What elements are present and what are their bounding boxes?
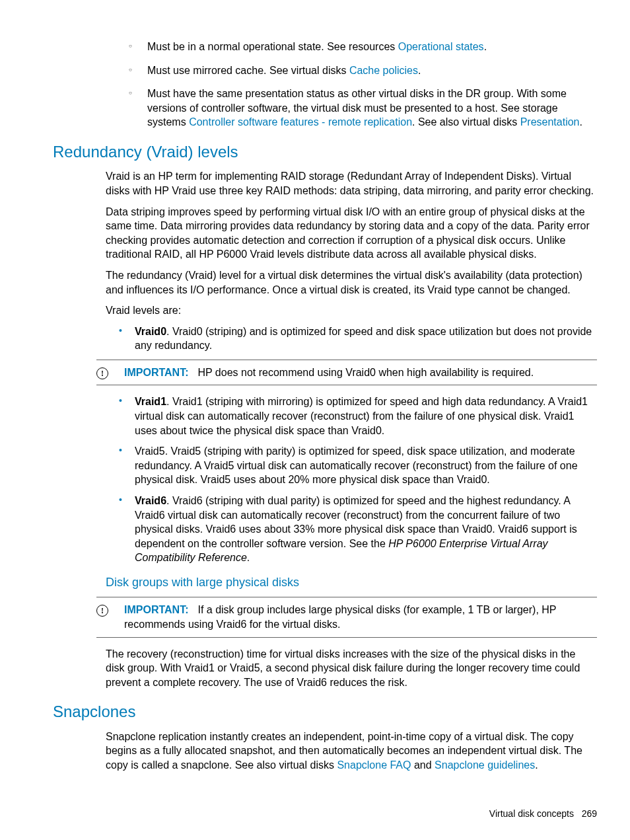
section-body: • Vraid1. Vraid1 (striping with mirrorin… xyxy=(106,395,597,590)
text: . xyxy=(580,116,582,128)
text: . See also virtual disks xyxy=(412,116,520,128)
paragraph: The recovery (reconstruction) time for v… xyxy=(106,647,597,690)
important-icon: ! xyxy=(96,367,108,379)
link-presentation[interactable]: Presentation xyxy=(520,116,580,128)
list-item-text: Vraid0. Vraid0 (striping) and is optimiz… xyxy=(135,325,597,353)
heading-redundancy-levels: Redundancy (Vraid) levels xyxy=(53,141,597,163)
link-controller-features[interactable]: Controller software features - remote re… xyxy=(189,116,412,128)
list-item: ○ Must be in a normal operational state.… xyxy=(129,40,597,54)
list-item-text: Vraid6. Vraid6 (striping with dual parit… xyxy=(135,494,597,565)
paragraph: Data striping improves speed by performi… xyxy=(106,205,597,262)
text: . xyxy=(484,41,487,52)
list-item-text: Vraid1. Vraid1 (striping with mirroring)… xyxy=(135,395,597,438)
paragraph: Vraid is an HP term for implementing RAI… xyxy=(106,169,597,198)
text: . xyxy=(535,759,538,771)
important-text: IMPORTANT:If a disk group includes large… xyxy=(124,603,597,631)
link-cache-policies[interactable]: Cache policies xyxy=(349,65,418,76)
list-item: ○ Must use mirrored cache. See virtual d… xyxy=(129,63,597,78)
link-snapclone-guidelines[interactable]: Snapclone guidelines xyxy=(435,759,535,771)
list-item-text: Must be in a normal operational state. S… xyxy=(147,40,487,54)
text: Must use mirrored cache. See virtual dis… xyxy=(147,65,349,76)
list-item: ○ Must have the same presentation status… xyxy=(129,87,597,130)
list-item-text: Vraid5. Vraid5 (striping with parity) is… xyxy=(135,444,597,487)
important-label: IMPORTANT: xyxy=(124,604,188,615)
section-body: The recovery (reconstruction) time for v… xyxy=(106,647,597,690)
bullet-icon: ○ xyxy=(129,87,147,130)
paragraph: The redundancy (Vraid) level for a virtu… xyxy=(106,268,597,297)
bullet-icon: ○ xyxy=(129,63,147,78)
paragraph: Vraid levels are: xyxy=(106,303,597,318)
heading-snapclones: Snapclones xyxy=(53,701,597,722)
list-item: • Vraid6. Vraid6 (striping with dual par… xyxy=(119,494,597,565)
text: . xyxy=(418,65,421,76)
important-label: IMPORTANT: xyxy=(124,367,188,378)
list-item-text: Must have the same presentation status a… xyxy=(147,87,597,130)
list-item: • Vraid0. Vraid0 (striping) and is optim… xyxy=(119,325,597,353)
text: If a disk group includes large physical … xyxy=(124,604,556,630)
text: and xyxy=(411,759,435,771)
important-text: IMPORTANT:HP does not recommend using Vr… xyxy=(124,365,534,380)
bullet-icon: • xyxy=(119,325,135,353)
page-footer: Virtual disk concepts 269 xyxy=(489,808,597,820)
text: . Vraid0 (striping) and is optimized for… xyxy=(135,326,592,352)
paragraph: Snapclone replication instantly creates … xyxy=(106,730,597,773)
term: Vraid1 xyxy=(135,396,166,407)
vraid-list: • Vraid0. Vraid0 (striping) and is optim… xyxy=(119,325,597,353)
page-number: 269 xyxy=(582,808,597,819)
document-page: ○ Must be in a normal operational state.… xyxy=(0,0,630,840)
list-item: • Vraid1. Vraid1 (striping with mirrorin… xyxy=(119,395,597,438)
heading-disk-groups-large: Disk groups with large physical disks xyxy=(106,574,597,590)
text: . xyxy=(247,552,250,563)
important-icon: ! xyxy=(96,605,108,617)
bullet-icon: • xyxy=(119,395,135,438)
link-operational-states[interactable]: Operational states xyxy=(398,41,484,52)
section-body: Snapclone replication instantly creates … xyxy=(106,730,597,773)
list-item: • Vraid5. Vraid5 (striping with parity) … xyxy=(119,444,597,487)
bullet-icon: ○ xyxy=(129,40,147,54)
important-icon-col: ! xyxy=(96,603,124,631)
term: Vraid0 xyxy=(135,326,166,337)
section-body: Vraid is an HP term for implementing RAI… xyxy=(106,169,597,353)
footer-section: Virtual disk concepts xyxy=(489,808,574,819)
text: HP does not recommend using Vraid0 when … xyxy=(197,367,534,378)
term: Vraid6 xyxy=(135,495,166,506)
requirement-sublist: ○ Must be in a normal operational state.… xyxy=(129,40,597,130)
bullet-icon: • xyxy=(119,494,135,565)
important-callout: ! IMPORTANT:If a disk group includes lar… xyxy=(96,597,597,637)
bullet-icon: • xyxy=(119,444,135,487)
link-snapclone-faq[interactable]: Snapclone FAQ xyxy=(337,759,411,771)
important-icon-col: ! xyxy=(96,365,124,380)
vraid-list: • Vraid1. Vraid1 (striping with mirrorin… xyxy=(119,395,597,565)
text: . Vraid1 (striping with mirroring) is op… xyxy=(135,396,588,436)
text: Must be in a normal operational state. S… xyxy=(147,41,398,52)
important-callout: ! IMPORTANT:HP does not recommend using … xyxy=(96,360,597,386)
list-item-text: Must use mirrored cache. See virtual dis… xyxy=(147,63,421,78)
